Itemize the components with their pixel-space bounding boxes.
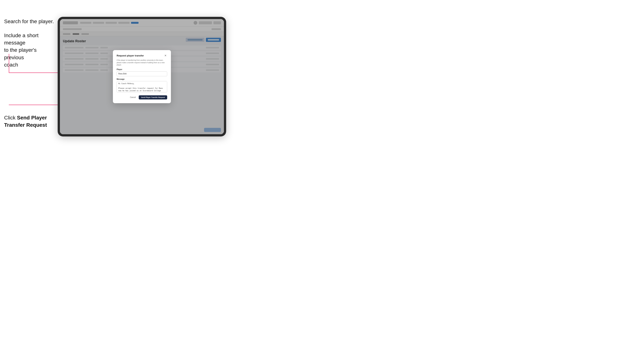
modal-footer: Cancel Send Player Transfer Request xyxy=(117,95,167,99)
player-input[interactable] xyxy=(117,71,167,76)
cancel-button[interactable]: Cancel xyxy=(128,95,137,99)
annotation-message: Include a short message to the player's … xyxy=(4,32,53,68)
close-icon[interactable]: ✕ xyxy=(164,54,167,57)
tablet-device: Update Roster xyxy=(58,17,226,137)
modal-description: If the player is transferring from anoth… xyxy=(117,59,167,66)
player-label: Player xyxy=(117,68,167,70)
send-transfer-button[interactable]: Send Player Transfer Request xyxy=(139,95,167,99)
message-label: Message xyxy=(117,78,167,80)
annotation-bracket-line xyxy=(9,54,9,73)
message-textarea[interactable]: Hi Coach McHarg, Please accept this tran… xyxy=(117,81,167,92)
modal-header: Request player transfer ✕ xyxy=(117,54,167,57)
modal-title: Request player transfer xyxy=(117,54,144,57)
transfer-modal: Request player transfer ✕ If the player … xyxy=(113,50,171,103)
annotation-click: Click Send Player Transfer Request xyxy=(4,114,47,129)
tablet-screen: Update Roster xyxy=(60,19,224,134)
annotation-search: Search for the player. xyxy=(4,18,54,25)
modal-overlay: Request player transfer ✕ If the player … xyxy=(60,19,224,134)
